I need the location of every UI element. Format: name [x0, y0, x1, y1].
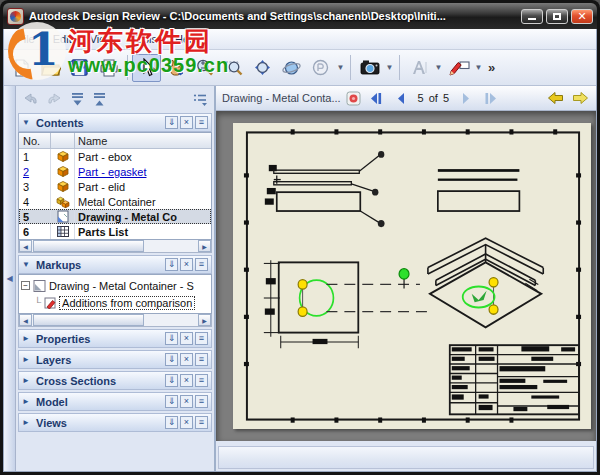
callout-markup-button[interactable] [444, 54, 473, 82]
properties-close-button[interactable]: × [180, 332, 193, 345]
zoom-rectangle-button[interactable] [219, 54, 248, 82]
tree-elbow: └ [34, 297, 41, 308]
table-row-selected[interactable]: 5 Drawing - Metal Co [19, 209, 211, 224]
markups-close-button[interactable]: × [180, 258, 193, 271]
column-icon[interactable] [51, 133, 75, 148]
text-markup-button[interactable] [404, 54, 433, 82]
drawing-sheet[interactable] [233, 123, 591, 429]
table-row[interactable]: 2 Part - egasket [19, 164, 211, 179]
scroll-right-icon[interactable]: ▶ [198, 240, 211, 252]
column-no[interactable]: No. [19, 133, 51, 148]
toolbar-overflow-button[interactable]: » [488, 60, 495, 75]
markups-panel-title: Markups [36, 259, 163, 271]
cross-sections-options-button[interactable]: ≡ [195, 374, 208, 387]
layers-dock-button[interactable]: ⇓ [165, 353, 178, 366]
table-row[interactable]: 6 Parts List [19, 224, 211, 239]
views-panel-header[interactable]: ► Views ⇓ × ≡ [18, 413, 212, 432]
scroll-right-icon[interactable]: ▶ [198, 314, 211, 326]
undo-icon[interactable] [22, 92, 39, 106]
layers-close-button[interactable]: × [180, 353, 193, 366]
menu-tools[interactable]: Tools [124, 31, 164, 47]
model-panel-header[interactable]: ► Model ⇓ × ≡ [18, 392, 212, 411]
page-view-button[interactable] [306, 54, 335, 82]
contents-dock-button[interactable]: ⇓ [165, 116, 178, 129]
markup-child-item[interactable]: └ Additions from comparison [21, 294, 211, 311]
palette-options-icon[interactable] [193, 93, 208, 106]
back-button[interactable] [545, 89, 565, 107]
table-row[interactable]: 1 Part - ebox [19, 149, 211, 164]
snapshot-dropdown[interactable]: ▼ [384, 63, 395, 72]
last-page-button[interactable] [481, 89, 501, 107]
contents-scrollbar[interactable]: ◀ ▶ [18, 240, 212, 253]
views-close-button[interactable]: × [180, 416, 193, 429]
tree-collapse-icon[interactable]: − [21, 281, 30, 290]
cross-sections-close-button[interactable]: × [180, 374, 193, 387]
part-icon [56, 150, 70, 163]
move-up-icon[interactable] [92, 92, 107, 107]
minimize-icon [528, 18, 536, 20]
orbit-tool-button[interactable] [277, 54, 306, 82]
open-file-button[interactable] [36, 54, 65, 82]
layers-panel-header[interactable]: ► Layers ⇓ × ≡ [18, 350, 212, 369]
previous-page-button[interactable] [391, 89, 411, 107]
markups-options-button[interactable]: ≡ [195, 258, 208, 271]
contents-options-button[interactable]: ≡ [195, 116, 208, 129]
cross-sections-dock-button[interactable]: ⇓ [165, 374, 178, 387]
model-close-button[interactable]: × [180, 395, 193, 408]
next-page-button[interactable] [456, 89, 476, 107]
save-button[interactable] [65, 54, 94, 82]
contents-close-button[interactable]: × [180, 116, 193, 129]
forward-button[interactable] [570, 89, 590, 107]
views-dock-button[interactable]: ⇓ [165, 416, 178, 429]
properties-dock-button[interactable]: ⇓ [165, 332, 178, 345]
scroll-left-icon[interactable]: ◀ [19, 314, 32, 326]
model-dock-button[interactable]: ⇓ [165, 395, 178, 408]
menu-view[interactable]: View [83, 31, 121, 47]
redo-icon[interactable] [46, 92, 63, 106]
layers-panel-title: Layers [36, 354, 163, 366]
of-label: of [429, 92, 438, 104]
menu-edit[interactable]: Edit [46, 31, 79, 47]
text-markup-dropdown[interactable]: ▼ [433, 63, 444, 72]
page-view-dropdown[interactable]: ▼ [335, 63, 346, 72]
menu-help[interactable]: Help [168, 31, 205, 47]
model-options-button[interactable]: ≡ [195, 395, 208, 408]
scroll-left-icon[interactable]: ◀ [19, 240, 32, 252]
callout-pen-icon [447, 58, 471, 78]
first-page-button[interactable] [366, 89, 386, 107]
close-button[interactable]: ✕ [571, 9, 593, 24]
drawing-sheet-icon [56, 210, 70, 223]
minimize-button[interactable] [521, 9, 543, 24]
properties-options-button[interactable]: ≡ [195, 332, 208, 345]
pan-tool-button[interactable] [161, 54, 190, 82]
move-down-icon[interactable] [70, 92, 85, 107]
print-button[interactable] [94, 54, 123, 82]
markups-panel-header[interactable]: ▼ Markups ⇓ × ≡ [18, 255, 212, 274]
markups-scrollbar[interactable]: ◀ ▶ [18, 314, 212, 327]
select-tool-button[interactable] [132, 54, 161, 82]
zoom-tool-button[interactable] [190, 54, 219, 82]
views-options-button[interactable]: ≡ [195, 416, 208, 429]
new-document-button[interactable] [7, 54, 36, 82]
cross-sections-panel-title: Cross Sections [36, 375, 163, 387]
column-name[interactable]: Name [75, 133, 211, 148]
panel-collapse-strip[interactable]: ◀ [4, 86, 16, 471]
callout-markup-dropdown[interactable]: ▼ [473, 63, 484, 72]
markup-root-item[interactable]: − Drawing - Metal Container - S [21, 277, 211, 294]
table-row[interactable]: 4 Metal Container [19, 194, 211, 209]
scroll-thumb[interactable] [33, 240, 144, 252]
markups-dock-button[interactable]: ⇓ [165, 258, 178, 271]
contents-panel-header[interactable]: ▼ Contents ⇓ × ≡ [18, 113, 212, 132]
properties-panel-header[interactable]: ► Properties ⇓ × ≡ [18, 329, 212, 348]
select-arrow-icon [138, 58, 156, 77]
zoom-fit-button[interactable] [248, 54, 277, 82]
maximize-button[interactable] [546, 9, 568, 24]
scroll-thumb[interactable] [33, 314, 144, 326]
cross-sections-panel-header[interactable]: ► Cross Sections ⇓ × ≡ [18, 371, 212, 390]
snapshot-button[interactable] [355, 54, 384, 82]
first-page-icon [369, 92, 383, 105]
drawing-canvas[interactable] [216, 111, 596, 441]
menu-file[interactable]: File [10, 31, 42, 47]
table-row[interactable]: 3 Part - elid [19, 179, 211, 194]
layers-options-button[interactable]: ≡ [195, 353, 208, 366]
